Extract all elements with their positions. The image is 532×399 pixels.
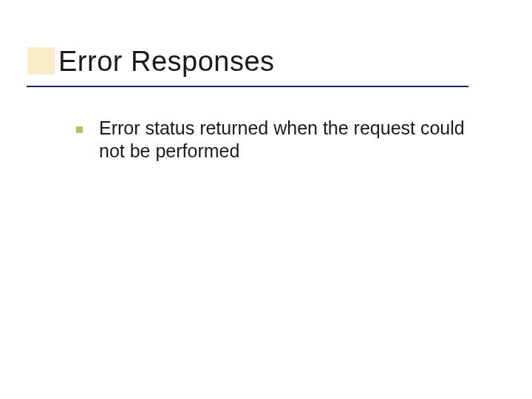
bullet-square-icon [76,126,83,133]
slide-title: Error Responses [58,46,275,78]
title-accent-square [27,47,55,75]
slide-content: Error status returned when the request c… [76,117,490,163]
bullet-text: Error status returned when the request c… [99,117,490,163]
title-underline [27,86,468,87]
bullet-item: Error status returned when the request c… [76,117,490,163]
